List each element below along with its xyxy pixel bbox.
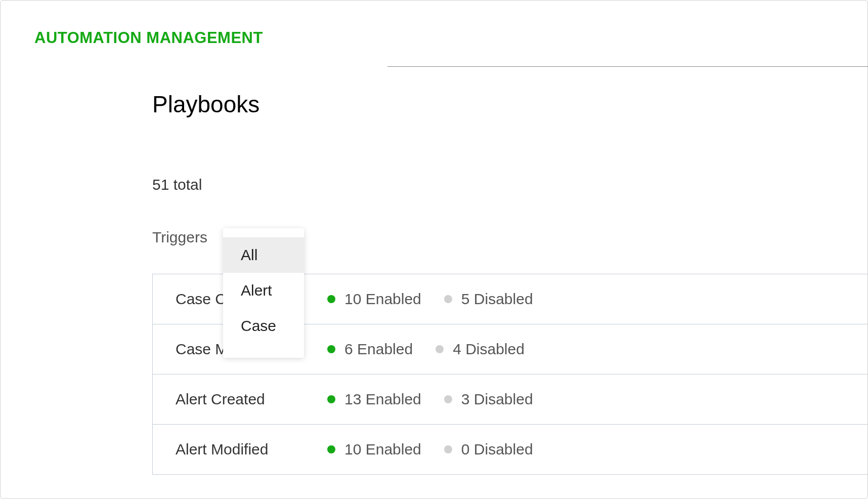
disabled-text: 3 Disabled [461, 391, 533, 408]
enabled-text: 10 Enabled [344, 290, 421, 308]
total-count: 51 total [152, 176, 867, 193]
disabled-status: 5 Disabled [444, 290, 533, 308]
row-name: Alert Modified [176, 441, 327, 458]
dropdown-item-all[interactable]: All [223, 237, 304, 273]
disabled-dot-icon [444, 295, 452, 303]
page-title: Playbooks [152, 91, 867, 118]
disabled-status: 0 Disabled [444, 441, 533, 458]
dropdown-item-case[interactable]: Case [223, 308, 304, 344]
enabled-text: 13 Enabled [344, 391, 421, 408]
enabled-dot-icon [327, 345, 335, 353]
table-row[interactable]: Alert Modified 10 Enabled 0 Disabled [152, 425, 867, 475]
enabled-status: 10 Enabled [327, 290, 421, 308]
enabled-dot-icon [327, 445, 335, 453]
enabled-text: 6 Enabled [344, 341, 413, 358]
enabled-dot-icon [327, 295, 335, 303]
disabled-dot-icon [444, 445, 452, 453]
disabled-text: 5 Disabled [461, 290, 533, 308]
enabled-status: 10 Enabled [327, 441, 421, 458]
disabled-text: 0 Disabled [461, 441, 533, 458]
header-title: AUTOMATION MANAGEMENT [1, 1, 867, 47]
disabled-status: 3 Disabled [444, 391, 533, 408]
enabled-dot-icon [327, 395, 335, 403]
disabled-text: 4 Disabled [453, 341, 525, 358]
enabled-status: 6 Enabled [327, 341, 413, 358]
enabled-status: 13 Enabled [327, 391, 421, 408]
disabled-dot-icon [436, 345, 444, 353]
triggers-dropdown[interactable]: All Alert Case [223, 228, 304, 358]
enabled-text: 10 Enabled [344, 441, 421, 458]
triggers-label: Triggers [152, 229, 207, 246]
dropdown-item-alert[interactable]: Alert [223, 273, 304, 308]
row-name: Alert Created [176, 391, 327, 408]
disabled-dot-icon [444, 395, 452, 403]
table-row[interactable]: Alert Created 13 Enabled 3 Disabled [152, 375, 867, 425]
main-content: Playbooks 51 total Triggers All Alert Ca… [1, 47, 867, 475]
disabled-status: 4 Disabled [436, 341, 525, 358]
